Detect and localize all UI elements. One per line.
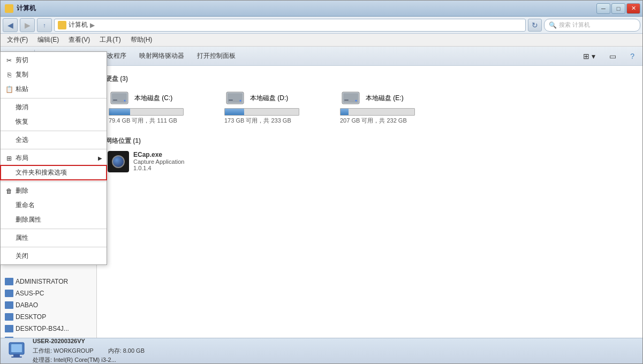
- menu-folder-options[interactable]: 文件夹和搜索选项: [1, 165, 107, 180]
- address-path-arrow: ▶: [90, 21, 95, 29]
- menu-rename-label: 重命名: [16, 201, 35, 210]
- menu-delete[interactable]: 🗑 删除: [1, 184, 107, 198]
- network-icon-3: [5, 301, 13, 309]
- help-button[interactable]: ?: [624, 49, 640, 64]
- sidebar-item-desktop-bs4j[interactable]: DESKTOP-BS4J...: [1, 323, 96, 335]
- sidebar-item-label-5: DESKTOP-BS4J...: [16, 325, 69, 332]
- preview-button[interactable]: ▭: [603, 49, 622, 64]
- drive-d-bar: [224, 108, 299, 116]
- ecap-info: ECap.exe Capture Application 1.0.1.4: [133, 151, 184, 171]
- close-button[interactable]: ✕: [626, 3, 640, 14]
- path-icon: [58, 21, 66, 29]
- menu-cut[interactable]: ✂ 剪切: [1, 53, 107, 67]
- drive-d-name: 本地磁盘 (D:): [250, 94, 288, 103]
- network-icon: [5, 278, 13, 285]
- drive-e-fill: [341, 109, 349, 115]
- menu-cut-label: 剪切: [16, 56, 28, 65]
- svg-rect-15: [11, 357, 22, 358]
- status-memory: 内存: 8.00 GB: [108, 347, 145, 354]
- separator-2: [1, 131, 107, 131]
- forward-button[interactable]: ▶: [20, 18, 35, 32]
- menu-view[interactable]: 查看(V): [64, 34, 94, 46]
- drive-c[interactable]: 本地磁盘 (C:) 79.4 GB 可用，共 111 GB: [105, 87, 213, 128]
- network-icon-5: [5, 325, 13, 332]
- layout-icon: ⊞: [5, 154, 13, 163]
- menu-undo-label: 撤消: [16, 103, 28, 112]
- open-control-label: 打开控制面板: [197, 51, 236, 60]
- maximize-button[interactable]: □: [611, 3, 625, 14]
- menu-rename[interactable]: 重命名: [1, 198, 107, 213]
- menu-delete-label: 删除: [16, 186, 28, 195]
- svg-point-3: [124, 100, 126, 102]
- title-controls: ─ □ ✕: [596, 3, 640, 14]
- ecap-icon: [108, 151, 129, 172]
- sidebar-item-dabao[interactable]: DABAO: [1, 299, 96, 311]
- sidebar-item-asus[interactable]: ASUS-PC: [1, 287, 96, 299]
- menu-close[interactable]: 关闭: [1, 249, 107, 263]
- separator-5: [1, 229, 107, 229]
- sidebar-item-label-1: ADMINISTRATOR: [16, 278, 68, 285]
- menu-file[interactable]: 文件(F): [3, 34, 32, 46]
- network-section-title: 网络位置 (1): [105, 136, 634, 146]
- status-info: USER-20200326VY 工作组: WORKGROUP 内存: 8.00 …: [33, 337, 145, 364]
- menu-layout-label: 布局: [16, 154, 28, 163]
- search-placeholder: 搜索 计算机: [559, 21, 590, 29]
- sidebar-item-desktop[interactable]: DESKTOP: [1, 311, 96, 323]
- menu-bar: 文件(F) 编辑(E) 查看(V) 工具(T) 帮助(H): [1, 34, 642, 47]
- svg-rect-6: [229, 100, 233, 101]
- drive-e[interactable]: 本地磁盘 (E:) 207 GB 可用，共 232 GB: [337, 87, 444, 128]
- up-button[interactable]: ↑: [37, 18, 52, 32]
- ecap-lens: [112, 155, 125, 168]
- ecap-sub2: 1.0.1.4: [133, 165, 184, 171]
- address-input[interactable]: 计算机 ▶: [54, 19, 526, 32]
- drive-e-bar: [340, 108, 415, 116]
- menu-redo[interactable]: 恢复: [1, 115, 107, 129]
- open-control-button[interactable]: 打开控制面板: [191, 49, 241, 64]
- menu-undo[interactable]: 撤消: [1, 100, 107, 115]
- menu-layout[interactable]: ⊞ 布局: [1, 151, 107, 165]
- drive-e-header: 本地磁盘 (E:): [340, 90, 441, 106]
- menu-copy-label: 复制: [16, 70, 28, 79]
- menu-paste[interactable]: 📋 粘贴: [1, 82, 107, 96]
- menu-tools[interactable]: 工具(T): [95, 34, 125, 46]
- svg-rect-2: [113, 100, 117, 101]
- menu-edit[interactable]: 编辑(E): [33, 34, 63, 46]
- svg-rect-10: [344, 100, 349, 101]
- menu-copy[interactable]: ⎘ 复制: [1, 67, 107, 82]
- ecap-item[interactable]: ECap.exe Capture Application 1.0.1.4: [105, 149, 634, 175]
- search-bar[interactable]: 🔍 搜索 计算机: [544, 19, 640, 32]
- search-icon: 🔍: [549, 21, 557, 29]
- sidebar-item-label-3: DABAO: [16, 301, 38, 309]
- status-workgroup: 工作组: WORKGROUP: [33, 347, 93, 354]
- menu-help[interactable]: 帮助(H): [126, 34, 157, 46]
- drive-c-header: 本地磁盘 (C:): [109, 90, 209, 106]
- refresh-button[interactable]: ↻: [528, 19, 542, 32]
- minimize-button[interactable]: ─: [596, 3, 610, 14]
- separator-4: [1, 181, 107, 182]
- drive-d-header: 本地磁盘 (D:): [224, 90, 325, 106]
- view-mode-button[interactable]: ⊞ ▾: [577, 49, 601, 64]
- map-drive-button[interactable]: 映射网络驱动器: [133, 49, 190, 64]
- address-bar: ◀ ▶ ↑ 计算机 ▶ ↻ 🔍 搜索 计算机: [1, 17, 642, 34]
- ecap-sub1: Capture Application: [133, 158, 184, 165]
- back-button[interactable]: ◀: [3, 18, 18, 32]
- svg-rect-14: [13, 354, 20, 357]
- drive-c-icon: [109, 90, 130, 106]
- menu-delete-props[interactable]: 删除属性: [1, 213, 107, 227]
- address-path-text: 计算机: [69, 20, 88, 29]
- sidebar-item-administrator[interactable]: ADMINISTRATOR: [1, 276, 96, 287]
- title-bar: 计算机 ─ □ ✕: [1, 1, 642, 17]
- delete-icon: 🗑: [5, 187, 13, 195]
- menu-delete-props-label: 删除属性: [16, 215, 41, 224]
- menu-properties[interactable]: 属性: [1, 231, 107, 245]
- drives-section-title: 硬盘 (3): [105, 74, 634, 84]
- drive-c-bar: [109, 108, 184, 116]
- toolbar-right: ⊞ ▾ ▭ ?: [577, 49, 640, 64]
- status-bar: USER-20200326VY 工作组: WORKGROUP 内存: 8.00 …: [1, 338, 642, 363]
- drive-d[interactable]: 本地磁盘 (D:) 173 GB 可用，共 233 GB: [221, 87, 328, 128]
- cut-icon: ✂: [5, 56, 13, 65]
- status-details: 工作组: WORKGROUP 内存: 8.00 GB: [33, 346, 145, 356]
- menu-select-all[interactable]: 全选: [1, 133, 107, 147]
- drive-d-fill: [225, 109, 244, 115]
- window-title: 计算机: [17, 4, 36, 13]
